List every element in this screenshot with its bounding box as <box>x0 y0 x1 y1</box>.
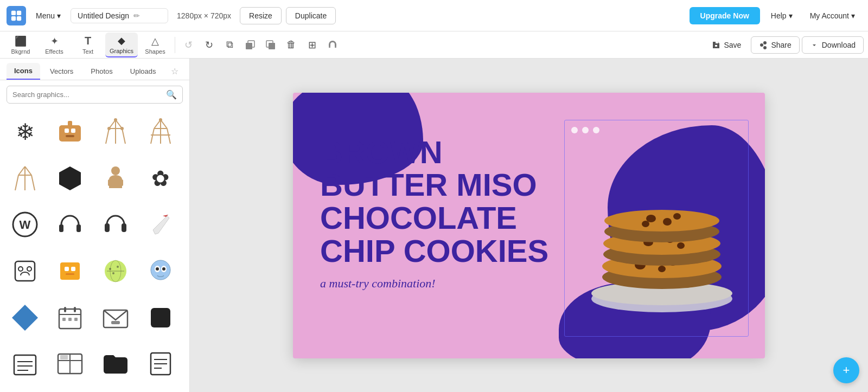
svg-line-18 <box>122 128 125 144</box>
tool-bkgrnd[interactable]: ⬛ Bkgrnd <box>4 33 37 57</box>
svg-rect-53 <box>71 267 75 271</box>
svg-rect-45 <box>76 224 81 232</box>
undo-button[interactable]: ↺ <box>178 35 198 55</box>
tool-shapes[interactable]: △ Shapes <box>139 33 171 57</box>
magnet-button[interactable] <box>323 35 342 55</box>
share-button[interactable]: Share <box>751 36 799 54</box>
list-item[interactable] <box>97 160 134 197</box>
tool-effects[interactable]: ✦ Effects <box>38 33 71 57</box>
svg-marker-38 <box>59 166 81 190</box>
tab-photos[interactable]: Photos <box>83 63 120 80</box>
design-title: Untitled Design <box>78 11 129 20</box>
svg-point-31 <box>159 118 162 121</box>
list-item[interactable] <box>142 253 179 290</box>
save-button[interactable]: Save <box>704 37 749 53</box>
secondary-toolbar: ⬛ Bkgrnd ✦ Effects T Text ◆ Graphics △ S… <box>0 31 868 59</box>
list-item[interactable] <box>7 299 43 336</box>
help-button[interactable]: Help ▾ <box>764 8 799 23</box>
list-item[interactable] <box>7 345 43 382</box>
list-item[interactable]: ❄ <box>7 113 43 150</box>
list-item[interactable] <box>7 160 43 197</box>
bring-forward-button[interactable] <box>261 35 280 55</box>
svg-rect-2 <box>11 16 16 20</box>
svg-rect-71 <box>62 318 66 321</box>
design-canvas[interactable]: BROWN BUTTER MISO CHOCOLATE CHIP COOKIES… <box>293 93 765 358</box>
redo-button[interactable]: ↻ <box>199 35 219 55</box>
search-icon[interactable]: 🔍 <box>166 89 177 100</box>
svg-rect-41 <box>121 179 123 186</box>
effects-icon: ✦ <box>50 35 59 47</box>
bkgrnd-icon: ⬛ <box>15 35 27 47</box>
sidebar: Icons Vectors Photos Uploads ☆ 🔍 ❄ <box>0 59 190 392</box>
svg-point-95 <box>658 266 666 272</box>
svg-point-39 <box>111 166 120 175</box>
svg-rect-72 <box>68 318 72 321</box>
grid-button[interactable]: ⊞ <box>302 35 322 55</box>
my-account-button[interactable]: My Account ▾ <box>803 8 861 23</box>
favorites-button[interactable]: ☆ <box>167 63 183 80</box>
send-backward-button[interactable] <box>240 35 260 55</box>
svg-rect-40 <box>108 179 110 186</box>
fab-button[interactable]: + <box>833 357 859 383</box>
list-item[interactable] <box>52 113 88 150</box>
list-item[interactable] <box>142 345 179 382</box>
menu-button[interactable]: Menu ▾ <box>30 8 66 23</box>
list-item[interactable] <box>97 345 134 382</box>
download-button[interactable]: Download <box>802 36 864 54</box>
list-item[interactable] <box>52 206 88 243</box>
list-item[interactable] <box>142 113 179 150</box>
svg-line-17 <box>106 128 109 144</box>
list-item[interactable] <box>52 253 88 290</box>
svg-rect-70 <box>74 307 76 312</box>
list-item[interactable]: ✿ <box>142 160 179 197</box>
list-item[interactable] <box>142 206 179 243</box>
delete-button[interactable]: 🗑 <box>282 35 301 55</box>
svg-marker-66 <box>12 305 38 331</box>
upgrade-button[interactable]: Upgrade Now <box>690 7 760 24</box>
canvas-area: BROWN BUTTER MISO CHOCOLATE CHIP COOKIES… <box>190 59 868 392</box>
list-item[interactable] <box>52 345 88 382</box>
title-line1: BROWN <box>320 136 548 169</box>
search-input[interactable] <box>12 91 162 99</box>
resize-button[interactable]: Resize <box>240 7 282 24</box>
list-item[interactable] <box>142 299 179 336</box>
svg-rect-44 <box>59 224 63 232</box>
svg-point-21 <box>114 118 117 121</box>
tab-vectors[interactable]: Vectors <box>42 63 81 80</box>
svg-line-27 <box>167 128 170 144</box>
list-item[interactable] <box>52 160 88 197</box>
list-item[interactable] <box>97 253 134 290</box>
list-item[interactable] <box>7 253 43 290</box>
svg-point-58 <box>112 272 114 274</box>
svg-point-50 <box>27 267 31 271</box>
search-bar: 🔍 <box>0 80 189 109</box>
svg-point-23 <box>120 127 124 130</box>
svg-point-104 <box>663 218 672 226</box>
list-item[interactable] <box>97 113 134 150</box>
main-area: Icons Vectors Photos Uploads ☆ 🔍 ❄ <box>0 59 868 392</box>
svg-text:W: W <box>20 218 31 232</box>
tab-uploads[interactable]: Uploads <box>123 63 164 80</box>
tab-icons[interactable]: Icons <box>7 63 40 80</box>
svg-rect-73 <box>74 318 78 321</box>
app-logo[interactable] <box>7 6 26 25</box>
tool-text[interactable]: T Text <box>72 33 104 57</box>
svg-point-65 <box>162 267 165 271</box>
copy-button[interactable]: ⧉ <box>220 35 239 55</box>
svg-rect-14 <box>68 121 72 126</box>
svg-point-64 <box>156 267 159 271</box>
tool-graphics[interactable]: ◆ Graphics <box>105 33 138 57</box>
svg-line-34 <box>15 175 18 190</box>
right-actions: Save Share Download <box>704 36 864 54</box>
svg-point-105 <box>673 213 681 220</box>
svg-rect-76 <box>151 308 170 327</box>
list-item[interactable] <box>97 299 134 336</box>
duplicate-button[interactable]: Duplicate <box>286 7 336 24</box>
svg-rect-8 <box>329 46 330 48</box>
edit-title-icon[interactable]: ✏ <box>133 11 140 20</box>
list-item[interactable] <box>52 299 88 336</box>
list-item[interactable]: W <box>7 206 43 243</box>
canvas-text: BROWN BUTTER MISO CHOCOLATE CHIP COOKIES… <box>320 136 548 291</box>
title-area[interactable]: Untitled Design ✏ <box>71 8 168 23</box>
list-item[interactable] <box>97 206 134 243</box>
